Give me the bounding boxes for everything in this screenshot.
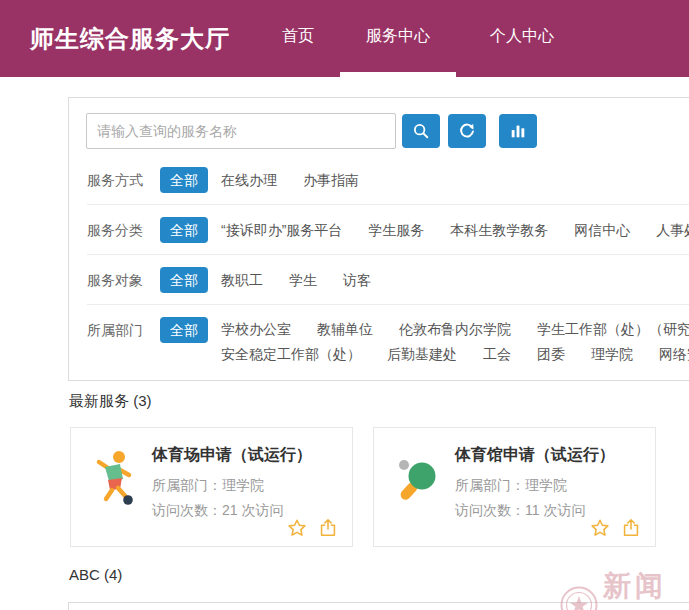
filter-row-service-audience: 服务对象 全部 教职工 学生 访客 — [69, 255, 689, 305]
filter-option[interactable]: 人事处 — [656, 217, 689, 243]
search-icon — [412, 122, 430, 140]
filter-option[interactable]: 工会 — [483, 342, 511, 367]
abc-section-heading: ABC (4) — [69, 566, 122, 583]
filter-row-service-category: 服务分类 全部 “接诉即办”服务平台 学生服务 本科生教学教务 网信中心 人事处 — [69, 205, 689, 255]
main-nav: 首页 服务中心 个人中心 — [256, 0, 580, 77]
filter-option[interactable]: 办事指南 — [303, 167, 359, 193]
filter-selected-all[interactable]: 全部 — [160, 217, 208, 243]
filter-option[interactable]: 团委 — [537, 342, 565, 367]
card-department: 所属部门：理学院 — [152, 473, 312, 498]
app-title: 师生综合服务大厅 — [30, 0, 230, 77]
filter-option[interactable]: 网络安全 — [659, 342, 689, 367]
table-tennis-icon — [396, 448, 438, 512]
card-title: 体育场申请（试运行） — [152, 445, 312, 466]
refresh-icon — [458, 122, 476, 140]
filter-label: 服务分类 — [87, 217, 160, 243]
filter-label: 所属部门 — [87, 317, 160, 343]
refresh-button[interactable] — [448, 114, 486, 148]
latest-services-cards: 体育场申请（试运行） 所属部门：理学院 访问次数：21 次访问 — [70, 427, 656, 547]
share-icon[interactable] — [317, 517, 339, 539]
service-card-gym[interactable]: 体育馆申请（试运行） 所属部门：理学院 访问次数：11 次访问 — [373, 427, 656, 547]
service-filter-panel: 服务方式 全部 在线办理 办事指南 服务分类 全部 “接诉即办”服务平台 学生服… — [68, 97, 689, 381]
share-icon[interactable] — [620, 517, 642, 539]
filter-row-service-mode: 服务方式 全部 在线办理 办事指南 — [69, 155, 689, 205]
filter-option[interactable]: 教辅单位 — [317, 317, 373, 342]
filter-option[interactable]: 安全稳定工作部（处） — [221, 342, 361, 367]
soccer-player-icon — [93, 448, 135, 512]
search-bar — [86, 113, 537, 149]
abc-section-panel — [68, 602, 689, 610]
stats-button[interactable] — [499, 114, 537, 148]
page: 师生综合服务大厅 首页 服务中心 个人中心 — [0, 0, 689, 610]
search-button[interactable] — [402, 114, 440, 148]
app-header: 师生综合服务大厅 首页 服务中心 个人中心 — [0, 0, 689, 77]
filter-row-department: 所属部门 全部 学校办公室 教辅单位 伦敦布鲁内尔学院 学生工作部（处）（研究生… — [69, 305, 689, 379]
filter-option[interactable]: 学生 — [289, 267, 317, 293]
nav-tab-service-center[interactable]: 服务中心 — [340, 0, 456, 77]
filter-selected-all[interactable]: 全部 — [160, 267, 208, 293]
nav-tab-home[interactable]: 首页 — [256, 0, 340, 77]
filter-selected-all[interactable]: 全部 — [160, 167, 208, 193]
filter-option[interactable]: 教职工 — [221, 267, 263, 293]
card-text: 体育馆申请（试运行） 所属部门：理学院 访问次数：11 次访问 — [455, 445, 615, 523]
card-actions — [589, 517, 642, 539]
nav-tab-personal-center[interactable]: 个人中心 — [464, 0, 580, 77]
favorite-star-icon[interactable] — [589, 517, 611, 539]
filter-option[interactable]: 学生服务 — [368, 217, 424, 243]
card-department: 所属部门：理学院 — [455, 473, 615, 498]
filter-rows: 服务方式 全部 在线办理 办事指南 服务分类 全部 “接诉即办”服务平台 学生服… — [69, 155, 689, 379]
card-title: 体育馆申请（试运行） — [455, 445, 615, 466]
favorite-star-icon[interactable] — [286, 517, 308, 539]
card-actions — [286, 517, 339, 539]
bar-chart-icon — [509, 122, 527, 140]
filter-option[interactable]: 伦敦布鲁内尔学院 — [399, 317, 511, 342]
card-text: 体育场申请（试运行） 所属部门：理学院 访问次数：21 次访问 — [152, 445, 312, 523]
filter-option[interactable]: “接诉即办”服务平台 — [221, 217, 342, 243]
filter-option[interactable]: 后勤基建处 — [387, 342, 457, 367]
filter-option[interactable]: 网信中心 — [574, 217, 630, 243]
filter-option[interactable]: 学校办公室 — [221, 317, 291, 342]
filter-label: 服务对象 — [87, 267, 160, 293]
service-card-stadium[interactable]: 体育场申请（试运行） 所属部门：理学院 访问次数：21 次访问 — [70, 427, 353, 547]
filter-selected-all[interactable]: 全部 — [160, 317, 208, 343]
filter-label: 服务方式 — [87, 167, 160, 193]
filter-option[interactable]: 学生工作部（处）（研究生 — [537, 317, 689, 342]
filter-option[interactable]: 本科生教学教务 — [450, 217, 548, 243]
filter-option[interactable]: 访客 — [343, 267, 371, 293]
latest-services-heading: 最新服务 (3) — [69, 392, 152, 411]
filter-option[interactable]: 理学院 — [591, 342, 633, 367]
search-input[interactable] — [86, 113, 396, 149]
filter-option[interactable]: 在线办理 — [221, 167, 277, 193]
